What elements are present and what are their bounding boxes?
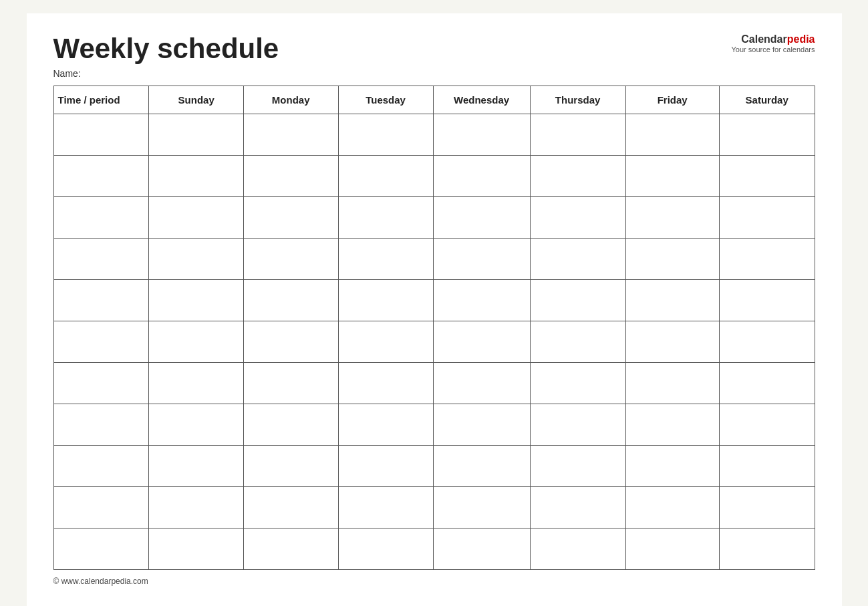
- cell-wed-9[interactable]: [433, 446, 530, 487]
- cell-time-11[interactable]: [53, 528, 149, 570]
- cell-sat-6[interactable]: [719, 321, 815, 363]
- cell-wed-5[interactable]: [433, 280, 530, 321]
- cell-time-1[interactable]: [53, 114, 149, 156]
- table-row: [53, 197, 815, 239]
- cell-mon-11[interactable]: [243, 528, 338, 570]
- cell-wed-8[interactable]: [433, 404, 530, 446]
- cell-tue-11[interactable]: [338, 528, 433, 570]
- cell-wed-10[interactable]: [433, 487, 530, 528]
- cell-fri-10[interactable]: [625, 487, 719, 528]
- cell-fri-3[interactable]: [625, 197, 719, 239]
- cell-thu-1[interactable]: [530, 114, 625, 156]
- table-row: [53, 239, 815, 280]
- cell-sat-1[interactable]: [719, 114, 815, 156]
- cell-thu-6[interactable]: [530, 321, 625, 363]
- cell-sat-8[interactable]: [719, 404, 815, 446]
- cell-fri-6[interactable]: [625, 321, 719, 363]
- cell-sun-10[interactable]: [149, 487, 243, 528]
- cell-fri-7[interactable]: [625, 363, 719, 404]
- cell-thu-8[interactable]: [530, 404, 625, 446]
- cell-sat-2[interactable]: [719, 156, 815, 197]
- cell-fri-2[interactable]: [625, 156, 719, 197]
- cell-mon-4[interactable]: [243, 239, 338, 280]
- cell-fri-5[interactable]: [625, 280, 719, 321]
- page-container: Weekly schedule Name: Calendarpedia Your…: [27, 13, 842, 606]
- cell-thu-3[interactable]: [530, 197, 625, 239]
- cell-tue-7[interactable]: [338, 363, 433, 404]
- cell-tue-8[interactable]: [338, 404, 433, 446]
- cell-time-8[interactable]: [53, 404, 149, 446]
- table-row: [53, 487, 815, 528]
- cell-mon-1[interactable]: [243, 114, 338, 156]
- cell-sun-8[interactable]: [149, 404, 243, 446]
- cell-sun-1[interactable]: [149, 114, 243, 156]
- cell-mon-8[interactable]: [243, 404, 338, 446]
- cell-mon-9[interactable]: [243, 446, 338, 487]
- cell-wed-7[interactable]: [433, 363, 530, 404]
- col-header-tuesday: Tuesday: [338, 86, 433, 114]
- cell-thu-2[interactable]: [530, 156, 625, 197]
- cell-tue-4[interactable]: [338, 239, 433, 280]
- cell-wed-11[interactable]: [433, 528, 530, 570]
- cell-sat-4[interactable]: [719, 239, 815, 280]
- table-row: [53, 404, 815, 446]
- cell-wed-4[interactable]: [433, 239, 530, 280]
- cell-thu-10[interactable]: [530, 487, 625, 528]
- cell-mon-6[interactable]: [243, 321, 338, 363]
- cell-tue-6[interactable]: [338, 321, 433, 363]
- logo-text: Calendarpedia: [732, 33, 815, 45]
- cell-wed-6[interactable]: [433, 321, 530, 363]
- cell-time-2[interactable]: [53, 156, 149, 197]
- cell-wed-3[interactable]: [433, 197, 530, 239]
- cell-sat-11[interactable]: [719, 528, 815, 570]
- cell-sun-3[interactable]: [149, 197, 243, 239]
- cell-mon-5[interactable]: [243, 280, 338, 321]
- cell-thu-9[interactable]: [530, 446, 625, 487]
- cell-sun-7[interactable]: [149, 363, 243, 404]
- col-header-thursday: Thursday: [530, 86, 625, 114]
- cell-fri-11[interactable]: [625, 528, 719, 570]
- cell-mon-3[interactable]: [243, 197, 338, 239]
- cell-time-6[interactable]: [53, 321, 149, 363]
- cell-fri-1[interactable]: [625, 114, 719, 156]
- cell-sun-11[interactable]: [149, 528, 243, 570]
- cell-tue-3[interactable]: [338, 197, 433, 239]
- cell-tue-1[interactable]: [338, 114, 433, 156]
- logo-pedia-part: pedia: [787, 33, 815, 45]
- cell-sat-10[interactable]: [719, 487, 815, 528]
- cell-tue-9[interactable]: [338, 446, 433, 487]
- cell-wed-2[interactable]: [433, 156, 530, 197]
- cell-thu-7[interactable]: [530, 363, 625, 404]
- cell-wed-1[interactable]: [433, 114, 530, 156]
- col-header-monday: Monday: [243, 86, 338, 114]
- cell-sun-2[interactable]: [149, 156, 243, 197]
- cell-thu-4[interactable]: [530, 239, 625, 280]
- cell-tue-5[interactable]: [338, 280, 433, 321]
- cell-time-5[interactable]: [53, 280, 149, 321]
- cell-sun-5[interactable]: [149, 280, 243, 321]
- cell-tue-2[interactable]: [338, 156, 433, 197]
- cell-sat-3[interactable]: [719, 197, 815, 239]
- cell-sun-9[interactable]: [149, 446, 243, 487]
- cell-fri-8[interactable]: [625, 404, 719, 446]
- cell-sun-6[interactable]: [149, 321, 243, 363]
- cell-time-4[interactable]: [53, 239, 149, 280]
- cell-time-10[interactable]: [53, 487, 149, 528]
- cell-tue-10[interactable]: [338, 487, 433, 528]
- cell-thu-11[interactable]: [530, 528, 625, 570]
- title-area: Weekly schedule Name:: [53, 33, 279, 79]
- cell-sat-5[interactable]: [719, 280, 815, 321]
- cell-time-3[interactable]: [53, 197, 149, 239]
- col-header-time: Time / period: [53, 86, 149, 114]
- cell-mon-7[interactable]: [243, 363, 338, 404]
- cell-fri-9[interactable]: [625, 446, 719, 487]
- cell-thu-5[interactable]: [530, 280, 625, 321]
- cell-fri-4[interactable]: [625, 239, 719, 280]
- cell-time-7[interactable]: [53, 363, 149, 404]
- cell-time-9[interactable]: [53, 446, 149, 487]
- cell-mon-2[interactable]: [243, 156, 338, 197]
- cell-sun-4[interactable]: [149, 239, 243, 280]
- cell-sat-9[interactable]: [719, 446, 815, 487]
- cell-mon-10[interactable]: [243, 487, 338, 528]
- cell-sat-7[interactable]: [719, 363, 815, 404]
